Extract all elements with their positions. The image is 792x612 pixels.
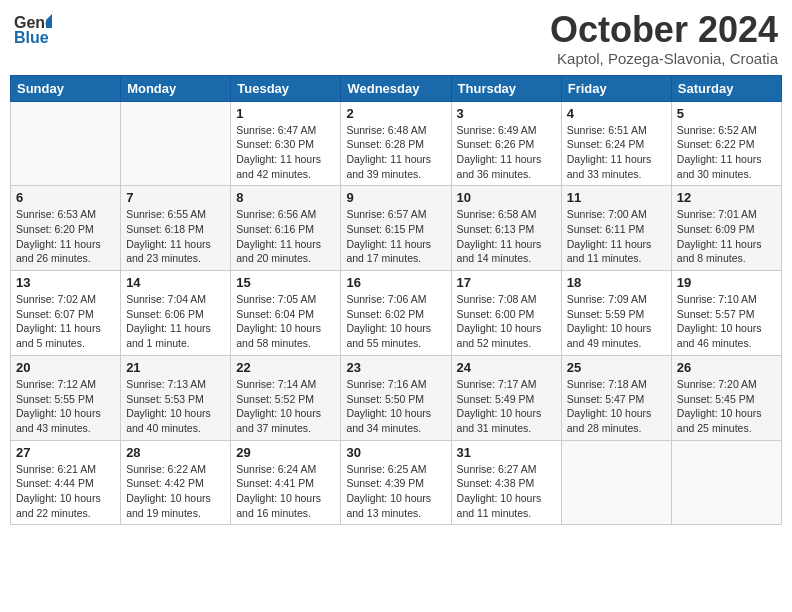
cell-info: Sunrise: 6:47 AM Sunset: 6:30 PM Dayligh… bbox=[236, 123, 335, 182]
calendar-cell-4-0: 27Sunrise: 6:21 AM Sunset: 4:44 PM Dayli… bbox=[11, 440, 121, 525]
col-tuesday: Tuesday bbox=[231, 75, 341, 101]
cell-info: Sunrise: 6:22 AM Sunset: 4:42 PM Dayligh… bbox=[126, 462, 225, 521]
cell-info: Sunrise: 6:21 AM Sunset: 4:44 PM Dayligh… bbox=[16, 462, 115, 521]
calendar-cell-1-1: 7Sunrise: 6:55 AM Sunset: 6:18 PM Daylig… bbox=[121, 186, 231, 271]
month-title: October 2024 bbox=[550, 10, 778, 50]
cell-info: Sunrise: 6:51 AM Sunset: 6:24 PM Dayligh… bbox=[567, 123, 666, 182]
cell-day-number: 13 bbox=[16, 275, 115, 290]
title-block: October 2024 Kaptol, Pozega-Slavonia, Cr… bbox=[550, 10, 778, 67]
logo-icon: General Blue bbox=[14, 10, 52, 48]
calendar-cell-2-4: 17Sunrise: 7:08 AM Sunset: 6:00 PM Dayli… bbox=[451, 271, 561, 356]
cell-day-number: 1 bbox=[236, 106, 335, 121]
cell-day-number: 20 bbox=[16, 360, 115, 375]
calendar-cell-3-6: 26Sunrise: 7:20 AM Sunset: 5:45 PM Dayli… bbox=[671, 355, 781, 440]
cell-info: Sunrise: 7:01 AM Sunset: 6:09 PM Dayligh… bbox=[677, 207, 776, 266]
calendar-cell-2-5: 18Sunrise: 7:09 AM Sunset: 5:59 PM Dayli… bbox=[561, 271, 671, 356]
cell-day-number: 26 bbox=[677, 360, 776, 375]
calendar-cell-1-3: 9Sunrise: 6:57 AM Sunset: 6:15 PM Daylig… bbox=[341, 186, 451, 271]
calendar-cell-1-6: 12Sunrise: 7:01 AM Sunset: 6:09 PM Dayli… bbox=[671, 186, 781, 271]
cell-info: Sunrise: 7:18 AM Sunset: 5:47 PM Dayligh… bbox=[567, 377, 666, 436]
col-monday: Monday bbox=[121, 75, 231, 101]
col-friday: Friday bbox=[561, 75, 671, 101]
cell-info: Sunrise: 6:52 AM Sunset: 6:22 PM Dayligh… bbox=[677, 123, 776, 182]
cell-info: Sunrise: 7:20 AM Sunset: 5:45 PM Dayligh… bbox=[677, 377, 776, 436]
cell-day-number: 7 bbox=[126, 190, 225, 205]
calendar-cell-1-2: 8Sunrise: 6:56 AM Sunset: 6:16 PM Daylig… bbox=[231, 186, 341, 271]
cell-day-number: 5 bbox=[677, 106, 776, 121]
col-saturday: Saturday bbox=[671, 75, 781, 101]
calendar-cell-3-0: 20Sunrise: 7:12 AM Sunset: 5:55 PM Dayli… bbox=[11, 355, 121, 440]
cell-day-number: 28 bbox=[126, 445, 225, 460]
calendar-week-3: 13Sunrise: 7:02 AM Sunset: 6:07 PM Dayli… bbox=[11, 271, 782, 356]
cell-day-number: 27 bbox=[16, 445, 115, 460]
calendar-week-5: 27Sunrise: 6:21 AM Sunset: 4:44 PM Dayli… bbox=[11, 440, 782, 525]
calendar-cell-0-1 bbox=[121, 101, 231, 186]
cell-day-number: 16 bbox=[346, 275, 445, 290]
calendar-cell-2-2: 15Sunrise: 7:05 AM Sunset: 6:04 PM Dayli… bbox=[231, 271, 341, 356]
col-thursday: Thursday bbox=[451, 75, 561, 101]
calendar-week-1: 1Sunrise: 6:47 AM Sunset: 6:30 PM Daylig… bbox=[11, 101, 782, 186]
calendar-cell-0-2: 1Sunrise: 6:47 AM Sunset: 6:30 PM Daylig… bbox=[231, 101, 341, 186]
cell-day-number: 14 bbox=[126, 275, 225, 290]
cell-info: Sunrise: 6:48 AM Sunset: 6:28 PM Dayligh… bbox=[346, 123, 445, 182]
cell-info: Sunrise: 7:05 AM Sunset: 6:04 PM Dayligh… bbox=[236, 292, 335, 351]
calendar-cell-3-4: 24Sunrise: 7:17 AM Sunset: 5:49 PM Dayli… bbox=[451, 355, 561, 440]
calendar-cell-0-4: 3Sunrise: 6:49 AM Sunset: 6:26 PM Daylig… bbox=[451, 101, 561, 186]
cell-day-number: 19 bbox=[677, 275, 776, 290]
calendar-cell-4-1: 28Sunrise: 6:22 AM Sunset: 4:42 PM Dayli… bbox=[121, 440, 231, 525]
cell-info: Sunrise: 7:17 AM Sunset: 5:49 PM Dayligh… bbox=[457, 377, 556, 436]
cell-day-number: 22 bbox=[236, 360, 335, 375]
cell-day-number: 11 bbox=[567, 190, 666, 205]
cell-info: Sunrise: 7:02 AM Sunset: 6:07 PM Dayligh… bbox=[16, 292, 115, 351]
calendar-cell-4-6 bbox=[671, 440, 781, 525]
calendar-cell-4-5 bbox=[561, 440, 671, 525]
cell-info: Sunrise: 6:56 AM Sunset: 6:16 PM Dayligh… bbox=[236, 207, 335, 266]
cell-day-number: 4 bbox=[567, 106, 666, 121]
cell-day-number: 23 bbox=[346, 360, 445, 375]
calendar-cell-4-3: 30Sunrise: 6:25 AM Sunset: 4:39 PM Dayli… bbox=[341, 440, 451, 525]
calendar-cell-3-5: 25Sunrise: 7:18 AM Sunset: 5:47 PM Dayli… bbox=[561, 355, 671, 440]
cell-day-number: 9 bbox=[346, 190, 445, 205]
svg-text:Blue: Blue bbox=[14, 29, 49, 46]
cell-info: Sunrise: 7:16 AM Sunset: 5:50 PM Dayligh… bbox=[346, 377, 445, 436]
cell-day-number: 10 bbox=[457, 190, 556, 205]
cell-info: Sunrise: 6:27 AM Sunset: 4:38 PM Dayligh… bbox=[457, 462, 556, 521]
cell-day-number: 17 bbox=[457, 275, 556, 290]
cell-info: Sunrise: 7:08 AM Sunset: 6:00 PM Dayligh… bbox=[457, 292, 556, 351]
calendar-cell-0-6: 5Sunrise: 6:52 AM Sunset: 6:22 PM Daylig… bbox=[671, 101, 781, 186]
cell-info: Sunrise: 6:57 AM Sunset: 6:15 PM Dayligh… bbox=[346, 207, 445, 266]
calendar-week-2: 6Sunrise: 6:53 AM Sunset: 6:20 PM Daylig… bbox=[11, 186, 782, 271]
cell-info: Sunrise: 7:13 AM Sunset: 5:53 PM Dayligh… bbox=[126, 377, 225, 436]
logo-image: General Blue bbox=[14, 10, 52, 52]
calendar-table: Sunday Monday Tuesday Wednesday Thursday… bbox=[10, 75, 782, 526]
calendar-cell-2-0: 13Sunrise: 7:02 AM Sunset: 6:07 PM Dayli… bbox=[11, 271, 121, 356]
cell-info: Sunrise: 6:49 AM Sunset: 6:26 PM Dayligh… bbox=[457, 123, 556, 182]
col-sunday: Sunday bbox=[11, 75, 121, 101]
calendar-header-row: Sunday Monday Tuesday Wednesday Thursday… bbox=[11, 75, 782, 101]
cell-info: Sunrise: 7:06 AM Sunset: 6:02 PM Dayligh… bbox=[346, 292, 445, 351]
cell-info: Sunrise: 7:00 AM Sunset: 6:11 PM Dayligh… bbox=[567, 207, 666, 266]
cell-info: Sunrise: 7:12 AM Sunset: 5:55 PM Dayligh… bbox=[16, 377, 115, 436]
calendar-cell-0-3: 2Sunrise: 6:48 AM Sunset: 6:28 PM Daylig… bbox=[341, 101, 451, 186]
calendar-cell-4-4: 31Sunrise: 6:27 AM Sunset: 4:38 PM Dayli… bbox=[451, 440, 561, 525]
cell-day-number: 21 bbox=[126, 360, 225, 375]
cell-day-number: 25 bbox=[567, 360, 666, 375]
cell-info: Sunrise: 7:04 AM Sunset: 6:06 PM Dayligh… bbox=[126, 292, 225, 351]
cell-info: Sunrise: 6:24 AM Sunset: 4:41 PM Dayligh… bbox=[236, 462, 335, 521]
page-header: General Blue October 2024 Kaptol, Pozega… bbox=[10, 10, 782, 67]
cell-day-number: 12 bbox=[677, 190, 776, 205]
cell-day-number: 31 bbox=[457, 445, 556, 460]
cell-day-number: 6 bbox=[16, 190, 115, 205]
cell-info: Sunrise: 6:55 AM Sunset: 6:18 PM Dayligh… bbox=[126, 207, 225, 266]
cell-info: Sunrise: 6:58 AM Sunset: 6:13 PM Dayligh… bbox=[457, 207, 556, 266]
calendar-cell-3-2: 22Sunrise: 7:14 AM Sunset: 5:52 PM Dayli… bbox=[231, 355, 341, 440]
calendar-cell-0-5: 4Sunrise: 6:51 AM Sunset: 6:24 PM Daylig… bbox=[561, 101, 671, 186]
cell-info: Sunrise: 7:10 AM Sunset: 5:57 PM Dayligh… bbox=[677, 292, 776, 351]
location-title: Kaptol, Pozega-Slavonia, Croatia bbox=[550, 50, 778, 67]
cell-day-number: 30 bbox=[346, 445, 445, 460]
calendar-cell-2-1: 14Sunrise: 7:04 AM Sunset: 6:06 PM Dayli… bbox=[121, 271, 231, 356]
col-wednesday: Wednesday bbox=[341, 75, 451, 101]
logo: General Blue bbox=[14, 10, 52, 52]
calendar-cell-3-1: 21Sunrise: 7:13 AM Sunset: 5:53 PM Dayli… bbox=[121, 355, 231, 440]
cell-day-number: 3 bbox=[457, 106, 556, 121]
